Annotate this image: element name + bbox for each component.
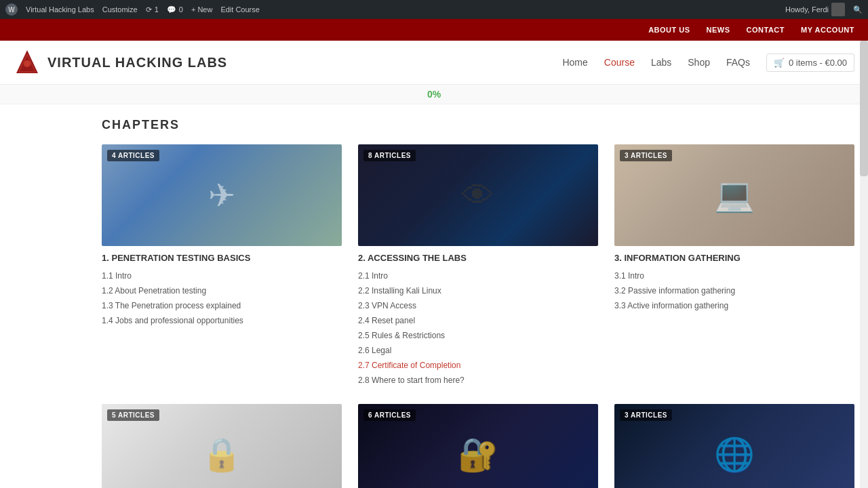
chapter-card-3: 3 ARTICLES 3. INFORMATION GATHERING 3.1 … <box>614 144 854 388</box>
site-header: VIRTUAL HACKING LABS Home Course Labs Sh… <box>0 41 868 85</box>
cart-button[interactable]: 🛒 0 items - €0.00 <box>766 54 854 72</box>
chapter-5-thumbnail[interactable]: 6 ARTICLES <box>358 404 598 488</box>
list-item: 2.4 Reset panel <box>358 313 598 328</box>
user-avatar <box>831 3 845 16</box>
chapter-2-thumbnail[interactable]: 8 ARTICLES <box>358 144 598 246</box>
chapter-card-6: 3 ARTICLES 6. PRIVILEGE ESCALATION 6.1 I… <box>614 404 854 488</box>
admin-customize[interactable]: Customize <box>102 5 138 14</box>
list-item: 1.1 Intro <box>102 268 342 283</box>
nav-home[interactable]: Home <box>562 57 587 68</box>
list-item-highlighted: 2.7 Certificate of Completion <box>358 358 598 373</box>
admin-site-name[interactable]: Virtual Hacking Labs <box>26 5 94 14</box>
admin-edit-course[interactable]: Edit Course <box>220 5 259 14</box>
top-navigation: ABOUT US NEWS CONTACT MY ACCOUNT <box>0 19 868 41</box>
top-nav-myaccount[interactable]: MY ACCOUNT <box>801 26 854 34</box>
chapter-1-title: 1. PENETRATION TESTING BASICS <box>102 253 342 263</box>
admin-updates[interactable]: ⟳ 1 <box>146 5 159 14</box>
top-nav-about[interactable]: ABOUT US <box>648 26 690 34</box>
list-item: 3.3 Active information gathering <box>614 298 854 313</box>
admin-bar: W Virtual Hacking Labs Customize ⟳ 1 💬 0… <box>0 0 868 19</box>
chapter-6-badge: 3 ARTICLES <box>620 409 672 421</box>
chapter-3-badge: 3 ARTICLES <box>620 150 672 161</box>
list-item: 2.5 Rules & Restrictions <box>358 328 598 343</box>
chapter-2-badge: 8 ARTICLES <box>363 150 416 161</box>
admin-search[interactable]: 🔍 <box>853 5 863 14</box>
chapter-3-title: 3. INFORMATION GATHERING <box>614 253 854 263</box>
chapter-card-1: 4 ARTICLES 1. PENETRATION TESTING BASICS… <box>102 144 342 388</box>
svg-point-2 <box>24 60 31 67</box>
chapter-4-badge: 5 ARTICLES <box>107 409 159 421</box>
list-item: 3.1 Intro <box>614 268 854 283</box>
chapters-grid: 4 ARTICLES 1. PENETRATION TESTING BASICS… <box>102 144 854 488</box>
nav-shop[interactable]: Shop <box>688 57 710 68</box>
admin-howdy[interactable]: Howdy, Ferdi <box>785 3 845 16</box>
main-navigation: Home Course Labs Shop FAQs 🛒 0 items - €… <box>562 54 854 72</box>
chapter-3-thumbnail[interactable]: 3 ARTICLES <box>614 144 854 246</box>
list-item: 2.2 Installing Kali Linux <box>358 283 598 298</box>
chapter-card-4: 5 ARTICLES 4. VULNERABILITY ASSESSMENT 4… <box>102 404 342 488</box>
scrollbar-thumb[interactable] <box>860 41 868 176</box>
main-content: CHAPTERS 4 ARTICLES 1. PENETRATION TESTI… <box>0 104 868 488</box>
top-nav-contact[interactable]: CONTACT <box>747 26 785 34</box>
chapter-2-lessons: 2.1 Intro 2.2 Installing Kali Linux 2.3 … <box>358 268 598 388</box>
list-item: 1.2 About Penetration testing <box>102 283 342 298</box>
chapter-1-badge: 4 ARTICLES <box>107 150 159 161</box>
top-nav-news[interactable]: NEWS <box>707 26 730 34</box>
logo-icon <box>14 49 41 76</box>
nav-course[interactable]: Course <box>604 57 635 68</box>
logo-text: VIRTUAL HACKING LABS <box>47 55 227 70</box>
list-item: 2.1 Intro <box>358 268 598 283</box>
list-item: 2.6 Legal <box>358 343 598 358</box>
chapter-3-lessons: 3.1 Intro 3.2 Passive information gather… <box>614 268 854 313</box>
chapter-card-5: 6 ARTICLES 5. EXPLOITATION 5.1 Intro <box>358 404 598 488</box>
chapter-5-badge: 6 ARTICLES <box>363 409 416 421</box>
list-item: 2.8 Where to start from here? <box>358 373 598 388</box>
nav-labs[interactable]: Labs <box>651 57 671 68</box>
list-item: 1.4 Jobs and professional opportunities <box>102 313 342 328</box>
wp-icon: W <box>5 3 18 16</box>
scrollbar[interactable] <box>860 41 868 488</box>
chapter-6-thumbnail[interactable]: 3 ARTICLES <box>614 404 854 488</box>
chapter-2-title: 2. ACCESSING THE LABS <box>358 253 598 263</box>
list-item: 1.3 The Penetration process explained <box>102 298 342 313</box>
chapters-title: CHAPTERS <box>102 118 854 132</box>
progress-area: 0% <box>0 85 868 104</box>
cart-icon: 🛒 <box>774 58 785 68</box>
nav-faqs[interactable]: FAQs <box>726 57 750 68</box>
list-item: 2.3 VPN Access <box>358 298 598 313</box>
chapter-1-thumbnail[interactable]: 4 ARTICLES <box>102 144 342 246</box>
chapter-card-2: 8 ARTICLES 2. ACCESSING THE LABS 2.1 Int… <box>358 144 598 388</box>
site-logo[interactable]: VIRTUAL HACKING LABS <box>14 49 227 76</box>
list-item: 3.2 Passive information gathering <box>614 283 854 298</box>
progress-value: 0% <box>427 89 441 100</box>
chapter-1-lessons: 1.1 Intro 1.2 About Penetration testing … <box>102 268 342 328</box>
chapter-4-thumbnail[interactable]: 5 ARTICLES <box>102 404 342 488</box>
cart-label: 0 items - €0.00 <box>789 58 847 68</box>
admin-new[interactable]: + New <box>191 5 213 14</box>
admin-wp-logo[interactable]: W <box>5 3 18 16</box>
admin-comments[interactable]: 💬 0 <box>167 5 183 14</box>
admin-bar-right: Howdy, Ferdi 🔍 <box>785 3 863 16</box>
